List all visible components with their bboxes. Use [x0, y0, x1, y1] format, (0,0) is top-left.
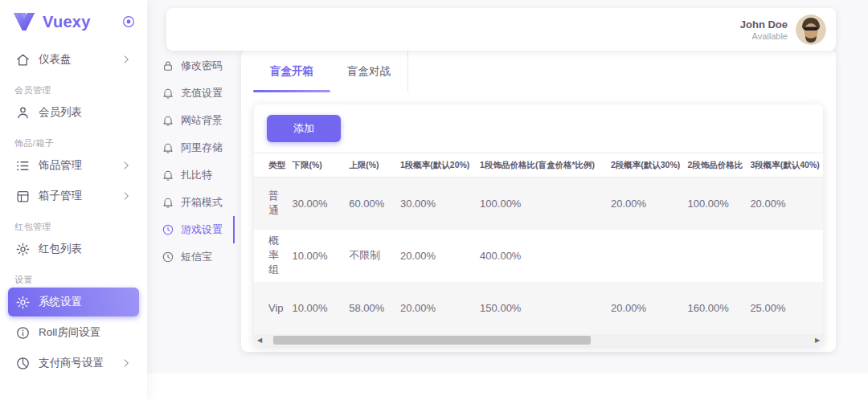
submenu-game-settings[interactable]: 游戏设置: [161, 216, 235, 243]
col-upper-limit: 上限(%): [345, 153, 396, 178]
brand-name: Vuexy: [43, 13, 121, 31]
game-settings-table: 类型 下限(%) 上限(%) 1段概率(默认20%) 1段饰品价格比(盲盒价格*…: [254, 153, 823, 334]
top-navbar: John Doe Available: [166, 8, 836, 51]
user-avatar[interactable]: [796, 14, 826, 45]
submenu-recharge-settings[interactable]: 充值设置: [161, 80, 235, 107]
tabs-row: 盲盒开箱 盲盒对战: [241, 50, 836, 92]
sidebar-item-system-settings[interactable]: 系统设置: [8, 288, 139, 316]
scroll-right-arrow-icon[interactable]: ▶: [812, 334, 823, 346]
box-icon: [14, 188, 31, 204]
clock-icon: [161, 223, 174, 237]
info-icon: [14, 324, 31, 341]
brand-row: Vuexy: [0, 0, 147, 43]
gear-icon: [14, 241, 31, 257]
submenu-smsbao[interactable]: 短信宝: [161, 243, 235, 271]
scroll-left-arrow-icon[interactable]: ◀: [254, 334, 265, 346]
sidebar-group-redpacket: 红包管理: [0, 220, 147, 233]
chevron-right-icon: [121, 357, 133, 369]
col-lower-limit: 下限(%): [288, 153, 345, 178]
user-icon: [14, 104, 31, 120]
submenu-change-password[interactable]: 修改密码: [161, 52, 235, 80]
table-row: 概率组 10.00% 不限制 20.00% 400.00%: [254, 230, 823, 282]
sidebar-item-box-management[interactable]: 箱子管理: [8, 182, 139, 210]
scrollbar-thumb[interactable]: [273, 336, 590, 345]
add-button[interactable]: 添加: [267, 115, 341, 142]
scrollbar-track[interactable]: [265, 336, 812, 345]
sidebar-item-dashboard[interactable]: 仪表盘: [8, 45, 139, 74]
submenu-zhabite[interactable]: 扎比特: [161, 161, 235, 189]
submenu-website-background[interactable]: 网站背景: [161, 107, 235, 134]
sidebar-item-member-list[interactable]: 会员列表: [8, 98, 139, 127]
list-icon: [14, 157, 31, 173]
sidebar-group-members: 会员管理: [0, 84, 147, 96]
bell-icon: [161, 196, 174, 210]
pie-chart-icon: [14, 355, 31, 371]
user-status: Available: [740, 31, 788, 41]
sidebar-item-redpacket-list[interactable]: 红包列表: [8, 235, 139, 263]
chevron-right-icon: [121, 160, 133, 172]
sidebar-item-roll-room-settings[interactable]: Roll房间设置: [8, 318, 139, 347]
vuexy-logo-icon[interactable]: [13, 12, 35, 31]
col-stage1-probability: 1段概率(默认20%): [396, 153, 476, 178]
submenu-ali-storage[interactable]: 阿里存储: [161, 134, 235, 161]
user-block: John Doe Available: [740, 18, 788, 41]
table-row: 普通 30.00% 60.00% 30.00% 100.00% 20.00% 1…: [254, 178, 823, 230]
col-stage3-probability: 3段概率(默认40%): [746, 153, 823, 178]
clock-icon: [161, 251, 174, 264]
col-stage2-probability: 2段概率(默认30%): [607, 153, 684, 178]
chevron-right-icon: [121, 54, 133, 66]
bell-icon: [161, 141, 174, 155]
horizontal-scrollbar: ◀ ▶: [254, 334, 823, 346]
bell-icon: [161, 87, 174, 100]
table-row: Vip 10.00% 58.00% 20.00% 150.00% 20.00% …: [254, 282, 823, 334]
tab-blindbox-open[interactable]: 盲盒开箱: [253, 50, 330, 92]
gear-icon: [14, 294, 31, 310]
col-stage2-price-ratio: 2段饰品价格比: [684, 153, 747, 178]
tab-blindbox-battle[interactable]: 盲盒对战: [330, 50, 407, 92]
sidebar-toggle-radio-circle-icon[interactable]: [121, 14, 136, 29]
table-header-row: 类型 下限(%) 上限(%) 1段概率(默认20%) 1段饰品价格比(盲盒价格*…: [254, 153, 823, 178]
main-content-card: 盲盒开箱 盲盒对战 添加 类型 下限(%) 上限(%) 1段概率(默认20%) …: [241, 50, 836, 352]
settings-submenu: 修改密码 充值设置 网站背景 阿里存储 扎比特 开箱模式 游戏设置 短信宝: [161, 52, 235, 271]
sidebar-item-accessory-management[interactable]: 饰品管理: [8, 151, 139, 180]
bell-icon: [161, 114, 174, 128]
table-toolbar: 添加: [254, 104, 823, 153]
col-type: 类型: [254, 153, 288, 178]
sidebar: Vuexy 仪表盘 会员管理 会员列表 饰品/箱子 饰品管理 箱子管理: [0, 0, 147, 400]
chevron-right-icon: [121, 190, 133, 202]
sidebar-item-payment-merchant-settings[interactable]: 支付商号设置: [8, 349, 139, 378]
table-card: 添加 类型 下限(%) 上限(%) 1段概率(默认20%) 1段饰品价格比(盲盒…: [254, 104, 823, 346]
user-name: John Doe: [740, 18, 788, 31]
home-icon: [14, 51, 31, 67]
lock-icon: [161, 59, 174, 73]
submenu-unbox-mode[interactable]: 开箱模式: [161, 189, 235, 216]
sidebar-group-settings: 设置: [0, 273, 147, 286]
bell-icon: [161, 169, 174, 182]
sidebar-group-items-boxes: 饰品/箱子: [0, 137, 147, 149]
col-stage1-price-ratio: 1段饰品价格比(盲盒价格*比例): [476, 153, 607, 178]
